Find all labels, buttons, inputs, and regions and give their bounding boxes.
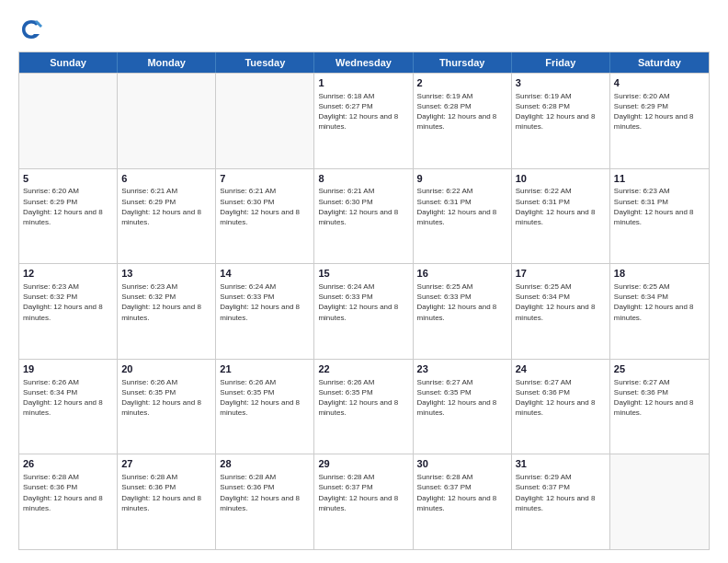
day-cell-15: 15Sunrise: 6:24 AMSunset: 6:33 PMDayligh… bbox=[314, 264, 413, 359]
week-row-3: 19Sunrise: 6:26 AMSunset: 6:34 PMDayligh… bbox=[19, 359, 709, 454]
day-info: Sunrise: 6:19 AMSunset: 6:28 PMDaylight:… bbox=[516, 91, 606, 132]
day-number: 14 bbox=[220, 267, 310, 281]
day-number: 5 bbox=[23, 172, 113, 186]
day-cell-25: 25Sunrise: 6:27 AMSunset: 6:36 PMDayligh… bbox=[610, 360, 709, 454]
day-info: Sunrise: 6:28 AMSunset: 6:36 PMDaylight:… bbox=[121, 472, 211, 513]
day-cell-3: 3Sunrise: 6:19 AMSunset: 6:28 PMDaylight… bbox=[512, 74, 610, 168]
day-number: 30 bbox=[417, 457, 507, 471]
day-info: Sunrise: 6:22 AMSunset: 6:31 PMDaylight:… bbox=[417, 186, 507, 227]
day-number: 15 bbox=[318, 267, 408, 281]
day-info: Sunrise: 6:28 AMSunset: 6:37 PMDaylight:… bbox=[417, 472, 507, 513]
day-cell-1: 1Sunrise: 6:18 AMSunset: 6:27 PMDaylight… bbox=[314, 74, 413, 168]
day-cell-23: 23Sunrise: 6:27 AMSunset: 6:35 PMDayligh… bbox=[414, 360, 512, 454]
day-number: 1 bbox=[318, 76, 408, 90]
day-info: Sunrise: 6:21 AMSunset: 6:30 PMDaylight:… bbox=[318, 186, 408, 227]
day-number: 27 bbox=[121, 457, 211, 471]
empty-cell-0-0 bbox=[19, 74, 118, 168]
day-info: Sunrise: 6:26 AMSunset: 6:35 PMDaylight:… bbox=[318, 377, 408, 419]
day-info: Sunrise: 6:21 AMSunset: 6:30 PMDaylight:… bbox=[220, 186, 310, 227]
day-cell-12: 12Sunrise: 6:23 AMSunset: 6:32 PMDayligh… bbox=[19, 264, 118, 359]
day-number: 23 bbox=[417, 362, 507, 376]
day-cell-5: 5Sunrise: 6:20 AMSunset: 6:29 PMDaylight… bbox=[19, 169, 118, 264]
page: SundayMondayTuesdayWednesdayThursdayFrid… bbox=[0, 0, 728, 563]
day-cell-29: 29Sunrise: 6:28 AMSunset: 6:37 PMDayligh… bbox=[314, 454, 413, 549]
day-cell-26: 26Sunrise: 6:28 AMSunset: 6:36 PMDayligh… bbox=[19, 454, 118, 549]
logo-icon bbox=[18, 17, 44, 42]
header-day-wednesday: Wednesday bbox=[314, 52, 413, 73]
calendar-header: SundayMondayTuesdayWednesdayThursdayFrid… bbox=[19, 52, 709, 73]
day-cell-21: 21Sunrise: 6:26 AMSunset: 6:35 PMDayligh… bbox=[216, 360, 314, 454]
day-number: 13 bbox=[121, 267, 211, 281]
day-cell-19: 19Sunrise: 6:26 AMSunset: 6:34 PMDayligh… bbox=[19, 360, 118, 454]
day-info: Sunrise: 6:27 AMSunset: 6:36 PMDaylight:… bbox=[516, 377, 606, 419]
week-row-4: 26Sunrise: 6:28 AMSunset: 6:36 PMDayligh… bbox=[19, 454, 709, 549]
day-cell-8: 8Sunrise: 6:21 AMSunset: 6:30 PMDaylight… bbox=[314, 169, 413, 264]
empty-cell-4-6 bbox=[610, 454, 709, 549]
day-info: Sunrise: 6:18 AMSunset: 6:27 PMDaylight:… bbox=[318, 91, 408, 132]
day-cell-20: 20Sunrise: 6:26 AMSunset: 6:35 PMDayligh… bbox=[118, 360, 216, 454]
day-info: Sunrise: 6:25 AMSunset: 6:33 PMDaylight:… bbox=[417, 282, 507, 323]
header-day-friday: Friday bbox=[512, 52, 610, 73]
day-cell-24: 24Sunrise: 6:27 AMSunset: 6:36 PMDayligh… bbox=[512, 360, 610, 454]
header-day-sunday: Sunday bbox=[19, 52, 118, 73]
day-number: 9 bbox=[417, 172, 507, 186]
day-number: 7 bbox=[220, 172, 310, 186]
day-info: Sunrise: 6:25 AMSunset: 6:34 PMDaylight:… bbox=[614, 282, 705, 323]
week-row-0: 1Sunrise: 6:18 AMSunset: 6:27 PMDaylight… bbox=[19, 73, 709, 168]
calendar: SundayMondayTuesdayWednesdayThursdayFrid… bbox=[18, 52, 710, 550]
day-cell-18: 18Sunrise: 6:25 AMSunset: 6:34 PMDayligh… bbox=[610, 264, 709, 359]
day-info: Sunrise: 6:20 AMSunset: 6:29 PMDaylight:… bbox=[614, 91, 705, 132]
day-cell-4: 4Sunrise: 6:20 AMSunset: 6:29 PMDaylight… bbox=[610, 74, 709, 168]
day-cell-30: 30Sunrise: 6:28 AMSunset: 6:37 PMDayligh… bbox=[414, 454, 512, 549]
day-number: 26 bbox=[23, 457, 113, 471]
empty-cell-0-1 bbox=[118, 74, 216, 168]
day-info: Sunrise: 6:26 AMSunset: 6:35 PMDaylight:… bbox=[220, 377, 310, 419]
day-info: Sunrise: 6:19 AMSunset: 6:28 PMDaylight:… bbox=[417, 91, 507, 132]
day-info: Sunrise: 6:20 AMSunset: 6:29 PMDaylight:… bbox=[23, 186, 113, 227]
day-number: 24 bbox=[516, 362, 606, 376]
day-cell-10: 10Sunrise: 6:22 AMSunset: 6:31 PMDayligh… bbox=[512, 169, 610, 264]
day-number: 22 bbox=[318, 362, 408, 376]
day-number: 10 bbox=[516, 172, 606, 186]
day-number: 25 bbox=[614, 362, 705, 376]
day-cell-27: 27Sunrise: 6:28 AMSunset: 6:36 PMDayligh… bbox=[118, 454, 216, 549]
day-cell-16: 16Sunrise: 6:25 AMSunset: 6:33 PMDayligh… bbox=[414, 264, 512, 359]
logo bbox=[18, 17, 48, 42]
day-info: Sunrise: 6:29 AMSunset: 6:37 PMDaylight:… bbox=[516, 472, 606, 513]
day-number: 4 bbox=[614, 76, 705, 90]
day-number: 12 bbox=[23, 267, 113, 281]
day-cell-28: 28Sunrise: 6:28 AMSunset: 6:36 PMDayligh… bbox=[216, 454, 314, 549]
day-cell-9: 9Sunrise: 6:22 AMSunset: 6:31 PMDaylight… bbox=[414, 169, 512, 264]
day-number: 19 bbox=[23, 362, 113, 376]
header-day-monday: Monday bbox=[118, 52, 216, 73]
day-cell-2: 2Sunrise: 6:19 AMSunset: 6:28 PMDaylight… bbox=[414, 74, 512, 168]
header-day-tuesday: Tuesday bbox=[216, 52, 314, 73]
day-number: 29 bbox=[318, 457, 408, 471]
day-cell-11: 11Sunrise: 6:23 AMSunset: 6:31 PMDayligh… bbox=[610, 169, 709, 264]
calendar-body: 1Sunrise: 6:18 AMSunset: 6:27 PMDaylight… bbox=[19, 73, 709, 549]
day-number: 17 bbox=[516, 267, 606, 281]
day-number: 31 bbox=[516, 457, 606, 471]
day-info: Sunrise: 6:23 AMSunset: 6:32 PMDaylight:… bbox=[121, 282, 211, 323]
day-info: Sunrise: 6:28 AMSunset: 6:36 PMDaylight:… bbox=[220, 472, 310, 513]
day-cell-31: 31Sunrise: 6:29 AMSunset: 6:37 PMDayligh… bbox=[512, 454, 610, 549]
day-cell-14: 14Sunrise: 6:24 AMSunset: 6:33 PMDayligh… bbox=[216, 264, 314, 359]
day-info: Sunrise: 6:28 AMSunset: 6:36 PMDaylight:… bbox=[23, 472, 113, 513]
day-info: Sunrise: 6:21 AMSunset: 6:29 PMDaylight:… bbox=[121, 186, 211, 227]
day-number: 6 bbox=[121, 172, 211, 186]
day-number: 20 bbox=[121, 362, 211, 376]
day-number: 3 bbox=[516, 76, 606, 90]
day-number: 8 bbox=[318, 172, 408, 186]
day-number: 21 bbox=[220, 362, 310, 376]
day-number: 16 bbox=[417, 267, 507, 281]
week-row-1: 5Sunrise: 6:20 AMSunset: 6:29 PMDaylight… bbox=[19, 168, 709, 264]
header bbox=[18, 17, 710, 42]
day-number: 28 bbox=[220, 457, 310, 471]
day-info: Sunrise: 6:27 AMSunset: 6:36 PMDaylight:… bbox=[614, 377, 705, 419]
day-info: Sunrise: 6:23 AMSunset: 6:31 PMDaylight:… bbox=[614, 186, 705, 227]
day-cell-17: 17Sunrise: 6:25 AMSunset: 6:34 PMDayligh… bbox=[512, 264, 610, 359]
day-cell-13: 13Sunrise: 6:23 AMSunset: 6:32 PMDayligh… bbox=[118, 264, 216, 359]
day-info: Sunrise: 6:26 AMSunset: 6:35 PMDaylight:… bbox=[121, 377, 211, 419]
empty-cell-0-2 bbox=[216, 74, 314, 168]
day-cell-22: 22Sunrise: 6:26 AMSunset: 6:35 PMDayligh… bbox=[314, 360, 413, 454]
